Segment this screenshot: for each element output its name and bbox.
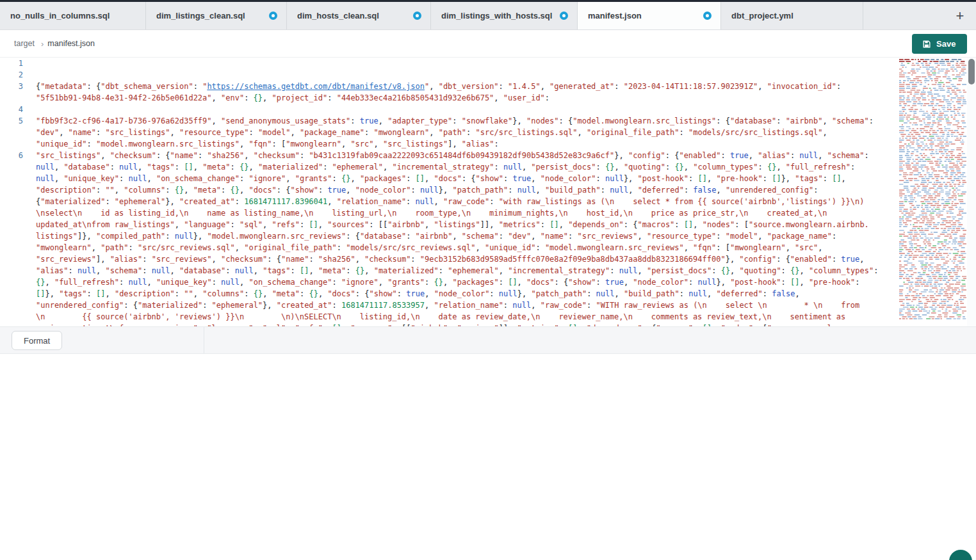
floppy-disk-icon bbox=[922, 40, 931, 49]
code-line: 1 bbox=[0, 58, 897, 69]
unsaved-indicator-icon[interactable] bbox=[269, 12, 277, 20]
tab-dbt-project-yml[interactable]: dbt_project.yml bbox=[721, 2, 863, 29]
breadcrumb-file: manifest.json bbox=[47, 39, 95, 48]
panel-divider bbox=[204, 327, 204, 353]
results-panel bbox=[0, 354, 976, 560]
line-number: 3 bbox=[0, 81, 29, 104]
code-line: 4 bbox=[0, 104, 897, 115]
chevron-right-icon: › bbox=[41, 39, 44, 49]
unsaved-indicator-icon[interactable] bbox=[413, 12, 421, 20]
code-line: 5"fbb9f3c2-cf96-4a17-b736-976a62d35ff9",… bbox=[0, 115, 897, 150]
scrollbar-thumb[interactable] bbox=[968, 59, 975, 84]
line-number: 1 bbox=[0, 58, 29, 69]
code-text[interactable] bbox=[29, 58, 36, 69]
unsaved-indicator-icon[interactable] bbox=[703, 12, 712, 20]
tab-label: dim_listings_clean.sql bbox=[156, 11, 245, 20]
code-area[interactable]: 123{"metadata": {"dbt_schema_version": "… bbox=[0, 58, 897, 326]
breadcrumb-folder: target bbox=[14, 39, 35, 48]
tab-dim-hosts-clean[interactable]: dim_hosts_clean.sql bbox=[287, 2, 431, 29]
code-text[interactable] bbox=[29, 104, 36, 115]
code-editor[interactable]: 123{"metadata": {"dbt_schema_version": "… bbox=[0, 58, 976, 326]
breadcrumb-bar: target › manifest.json Save bbox=[0, 30, 976, 58]
tab-label: dbt_project.yml bbox=[731, 11, 793, 20]
plus-icon: + bbox=[956, 8, 964, 24]
tab-label: dim_listings_with_hosts.sql bbox=[441, 11, 552, 20]
tab-no-nulls-in-columns[interactable]: no_nulls_in_columns.sql bbox=[0, 2, 146, 29]
line-number: 6 bbox=[0, 150, 29, 326]
tab-dim-listings-with-hosts[interactable]: dim_listings_with_hosts.sql bbox=[431, 2, 578, 29]
tab-label: dim_hosts_clean.sql bbox=[297, 11, 379, 20]
editor-footer-bar: Format bbox=[0, 326, 976, 354]
breadcrumb: target › manifest.json bbox=[14, 39, 95, 49]
code-text[interactable]: {"metadata": {"dbt_schema_version": "htt… bbox=[29, 81, 841, 104]
code-line: 6"src_listings", "checksum": {"name": "s… bbox=[0, 150, 897, 326]
tab-label: manifest.json bbox=[588, 11, 642, 20]
line-number: 4 bbox=[0, 104, 29, 115]
minimap[interactable] bbox=[897, 58, 966, 325]
editor-scrollbar[interactable] bbox=[967, 58, 976, 326]
code-text[interactable] bbox=[29, 69, 36, 81]
ide-window: no_nulls_in_columns.sql dim_listings_cle… bbox=[0, 0, 976, 560]
code-text[interactable]: "fbb9f3c2-cf96-4a17-b736-976a62d35ff9", … bbox=[29, 115, 874, 150]
code-line: 3{"metadata": {"dbt_schema_version": "ht… bbox=[0, 81, 897, 104]
unsaved-indicator-icon[interactable] bbox=[560, 12, 568, 20]
tab-manifest-json[interactable]: manifest.json bbox=[578, 2, 721, 29]
line-number: 2 bbox=[0, 69, 29, 81]
code-line: 2 bbox=[0, 69, 897, 81]
tab-bar: no_nulls_in_columns.sql dim_listings_cle… bbox=[0, 2, 976, 30]
format-button[interactable]: Format bbox=[12, 331, 62, 350]
line-number: 5 bbox=[0, 115, 29, 150]
save-button[interactable]: Save bbox=[912, 34, 967, 54]
save-button-label: Save bbox=[936, 39, 956, 49]
tab-label: no_nulls_in_columns.sql bbox=[10, 11, 110, 20]
new-tab-button[interactable]: + bbox=[949, 4, 971, 28]
code-text[interactable]: "src_listings", "checksum": {"name": "sh… bbox=[29, 150, 878, 326]
tab-dim-listings-clean[interactable]: dim_listings_clean.sql bbox=[146, 2, 287, 29]
